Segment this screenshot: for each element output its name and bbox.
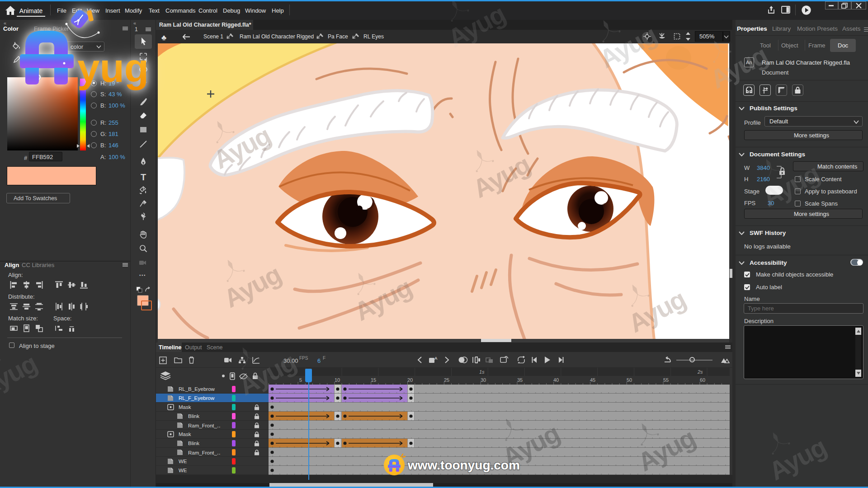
svg-text:A: A (434, 356, 438, 361)
